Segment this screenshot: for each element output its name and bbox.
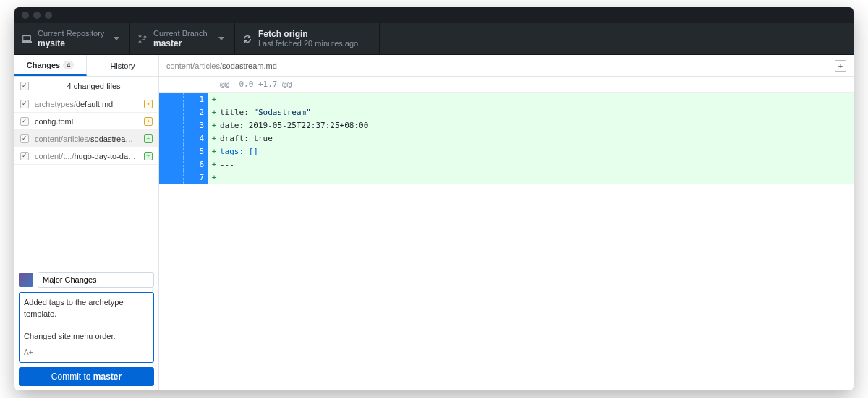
laptop-icon — [22, 34, 32, 44]
gutter-old — [159, 132, 184, 145]
diff-line[interactable]: 2+title: "Sodastream" — [159, 106, 854, 119]
code-text: draft: true — [220, 134, 854, 143]
svg-rect-1 — [22, 41, 32, 42]
file-checkbox[interactable] — [20, 152, 29, 160]
diff-line[interactable]: 6+--- — [159, 158, 854, 171]
tab-changes[interactable]: Changes 4 — [14, 55, 87, 76]
commit-summary-input[interactable] — [38, 272, 154, 288]
sidebar: Changes 4 History 4 changed files archet… — [14, 55, 159, 390]
file-path: content/t.../hugo-day-to-day.md — [35, 152, 138, 160]
diff-expand-button[interactable]: + — [835, 60, 846, 72]
commit-button[interactable]: Commit to master — [19, 367, 154, 386]
traffic-light-min-icon[interactable] — [33, 12, 41, 19]
commit-button-prefix: Commit to — [51, 372, 93, 382]
hunk-header: @@ -0,0 +1,7 @@ — [159, 77, 854, 93]
gutter-old — [159, 171, 184, 184]
file-checkbox[interactable] — [20, 134, 29, 143]
app-window: Current Repository mysite Current Branch… — [14, 7, 854, 390]
gutter-old — [159, 106, 184, 119]
repo-value: mysite — [38, 38, 104, 48]
plus-marker-icon: + — [208, 95, 220, 104]
tab-history[interactable]: History — [87, 55, 158, 76]
sidebar-tabs: Changes 4 History — [14, 55, 158, 77]
repo-selector[interactable]: Current Repository mysite — [14, 23, 130, 54]
svg-point-2 — [139, 35, 141, 37]
status-modified-icon: • — [144, 117, 153, 126]
commit-button-branch: master — [93, 372, 122, 382]
plus-marker-icon: + — [208, 108, 220, 117]
branch-icon — [137, 34, 148, 44]
file-row[interactable]: content/t.../hugo-day-to-day.md + — [14, 147, 158, 165]
commit-description-input[interactable]: Added tags to the archetype template. Ch… — [19, 292, 154, 363]
code-text: tags: [] — [220, 147, 854, 156]
file-checkbox[interactable] — [20, 100, 29, 108]
branch-label: Current Branch — [153, 29, 208, 38]
select-all-checkbox[interactable] — [20, 82, 29, 90]
file-row[interactable]: config.toml • — [14, 113, 158, 130]
gutter-old — [159, 158, 184, 171]
file-path: content/articles/sodastream.md — [35, 134, 138, 143]
changes-summary-text: 4 changed files — [35, 82, 153, 90]
status-added-icon: + — [144, 152, 153, 160]
plus-marker-icon: + — [208, 173, 220, 182]
tab-history-label: History — [110, 61, 135, 70]
status-added-icon: + — [144, 134, 153, 143]
diff-line[interactable]: 1+--- — [159, 93, 854, 106]
commit-description-text: Added tags to the archetype template. Ch… — [24, 297, 149, 342]
traffic-light-max-icon[interactable] — [45, 12, 52, 19]
chevron-down-icon — [218, 37, 224, 40]
gutter-new: 6 — [184, 158, 208, 171]
status-modified-icon: • — [144, 100, 153, 108]
gutter-old — [159, 93, 184, 106]
main-area: Changes 4 History 4 changed files archet… — [14, 55, 854, 390]
gutter-new: 7 — [184, 171, 208, 184]
coauthor-hint[interactable]: A+ — [24, 348, 149, 358]
plus-marker-icon: + — [208, 160, 220, 169]
file-path: config.toml — [35, 117, 138, 126]
plus-marker-icon: + — [208, 134, 220, 143]
svg-point-4 — [144, 35, 146, 38]
file-list: archetypes/default.md • config.toml • co… — [14, 95, 158, 267]
file-row[interactable]: archetypes/default.md • — [14, 95, 158, 113]
code-text: --- — [220, 95, 854, 104]
fetch-label: Fetch origin — [258, 29, 358, 39]
gutter-old — [159, 119, 184, 132]
diff-line[interactable]: 5+tags: [] — [159, 145, 854, 158]
avatar — [19, 273, 33, 287]
branch-value: master — [153, 38, 208, 48]
diff-body[interactable]: @@ -0,0 +1,7 @@ 1+---2+title: "Sodastrea… — [159, 77, 854, 390]
fetch-sub: Last fetched 20 minutes ago — [258, 39, 358, 48]
gutter-old — [159, 145, 184, 158]
chevron-down-icon — [114, 37, 119, 40]
tab-changes-count: 4 — [63, 61, 74, 69]
file-path: archetypes/default.md — [35, 100, 138, 108]
plus-marker-icon: + — [208, 147, 220, 156]
changes-summary: 4 changed files — [14, 77, 158, 95]
toolbar: Current Repository mysite Current Branch… — [14, 23, 854, 55]
file-checkbox[interactable] — [20, 117, 29, 126]
code-text: --- — [220, 160, 854, 169]
traffic-light-close-icon[interactable] — [22, 12, 29, 19]
titlebar — [14, 7, 854, 23]
gutter-new: 2 — [184, 106, 208, 119]
diff-line[interactable]: 7+ — [159, 171, 854, 184]
commit-panel: Added tags to the archetype template. Ch… — [14, 267, 158, 390]
gutter-new: 1 — [184, 93, 208, 106]
fetch-button[interactable]: Fetch origin Last fetched 20 minutes ago — [235, 23, 380, 54]
sync-icon — [242, 34, 252, 44]
diff-panel: content/articles/sodastream.md + @@ -0,0… — [159, 55, 854, 390]
branch-selector[interactable]: Current Branch master — [130, 23, 235, 54]
diff-line[interactable]: 3+date: 2019-05-25T22:37:25+08:00 — [159, 119, 854, 132]
gutter-new: 3 — [184, 119, 208, 132]
diff-file-path: content/articles/sodastream.md — [166, 61, 277, 70]
plus-marker-icon: + — [208, 121, 220, 130]
diff-line[interactable]: 4+draft: true — [159, 132, 854, 145]
code-text: date: 2019-05-25T22:37:25+08:00 — [220, 121, 854, 130]
gutter-new: 5 — [184, 145, 208, 158]
repo-label: Current Repository — [38, 29, 104, 38]
diff-header: content/articles/sodastream.md + — [159, 55, 854, 77]
svg-rect-0 — [23, 35, 31, 40]
file-row[interactable]: content/articles/sodastream.md + — [14, 130, 158, 147]
code-text: title: "Sodastream" — [220, 108, 854, 117]
svg-point-3 — [139, 40, 141, 43]
